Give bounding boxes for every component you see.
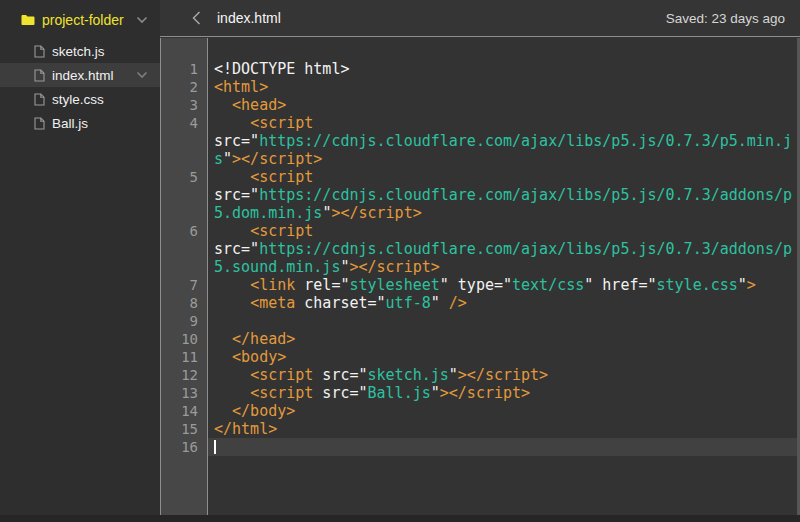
file-name: Ball.js [52,116,160,131]
code-row[interactable]: src="https://cdnjs.cloudflare.com/ajax/l… [208,240,800,258]
line-number: 7 [161,276,207,294]
code-row[interactable]: </body> [208,402,800,420]
code-row[interactable]: s"></script> [208,150,800,168]
text-cursor [214,440,216,454]
sidebar-item-sketch-js[interactable]: sketch.js [0,39,160,63]
code-row[interactable]: <script [208,168,800,186]
code-row[interactable]: <script src="Ball.js"></script> [208,384,800,402]
line-number: 10 [161,330,207,348]
code-row[interactable]: </head> [208,330,800,348]
line-number [161,132,207,150]
line-number: 8 [161,294,207,312]
line-number [161,240,207,258]
sidebar-item-index-html[interactable]: index.html [0,63,160,87]
file-icon [34,117,45,130]
file-icon [34,93,45,106]
sidebar-item-Ball-js[interactable]: Ball.js [0,111,160,135]
code-row[interactable]: <script [208,222,800,240]
line-number: 1 [161,60,207,78]
line-number: 16 [161,438,207,456]
editor-topbar: index.html Saved: 23 days ago [160,0,800,37]
code-row[interactable] [208,312,800,330]
code-editor: 12345678910111213141516 <!DOCTYPE html><… [160,38,800,522]
line-number: 11 [161,348,207,366]
code-row[interactable]: <script [208,114,800,132]
line-number: 6 [161,222,207,240]
line-number [161,204,207,222]
line-number: 5 [161,168,207,186]
code-row[interactable]: 5.dom.min.js"></script> [208,204,800,222]
editor-pane: index.html Saved: 23 days ago 1234567891… [160,0,800,522]
code-row[interactable]: 5.sound.min.js"></script> [208,258,800,276]
line-number: 12 [161,366,207,384]
code-row[interactable]: <meta charset="utf-8" /> [208,294,800,312]
file-tree-sidebar: project-folder sketch.jsindex.htmlstyle.… [0,0,160,522]
code-row[interactable] [208,438,800,456]
line-number: 3 [161,96,207,114]
line-number [161,258,207,276]
code-row[interactable]: <body> [208,348,800,366]
chevron-down-icon [136,71,148,79]
sidebar-item-style-css[interactable]: style.css [0,87,160,111]
code-row[interactable]: <head> [208,96,800,114]
folder-icon [21,14,35,26]
line-number: 13 [161,384,207,402]
back-chevron-icon[interactable] [188,10,204,26]
line-number [161,150,207,168]
code-row[interactable]: <link rel="stylesheet" type="text/css" h… [208,276,800,294]
file-name: sketch.js [52,44,160,59]
line-number-gutter: 12345678910111213141516 [161,38,208,522]
line-number: 14 [161,402,207,420]
code-row[interactable]: <!DOCTYPE html> [208,60,800,78]
file-icon [34,69,45,82]
file-icon [34,45,45,58]
line-number: 15 [161,420,207,438]
code-row[interactable]: src="https://cdnjs.cloudflare.com/ajax/l… [208,132,800,150]
code-row[interactable]: src="https://cdnjs.cloudflare.com/ajax/l… [208,186,800,204]
chevron-down-icon [136,16,148,24]
file-name: index.html [52,68,136,83]
file-list: sketch.jsindex.htmlstyle.cssBall.js [0,39,160,135]
code-row[interactable]: <html> [208,78,800,96]
line-number: 2 [161,78,207,96]
line-number [161,186,207,204]
save-status: Saved: 23 days ago [666,11,785,26]
open-file-title: index.html [217,10,666,26]
sidebar-folder-project[interactable]: project-folder [0,7,160,33]
line-number: 4 [161,114,207,132]
code-row[interactable]: <script src="sketch.js"></script> [208,366,800,384]
code-row[interactable]: </html> [208,420,800,438]
code-area[interactable]: <!DOCTYPE html><html> <head> <scriptsrc=… [208,38,800,522]
line-number: 9 [161,312,207,330]
file-name: style.css [52,92,160,107]
bottom-edge-strip [0,515,800,522]
folder-name: project-folder [42,12,136,28]
